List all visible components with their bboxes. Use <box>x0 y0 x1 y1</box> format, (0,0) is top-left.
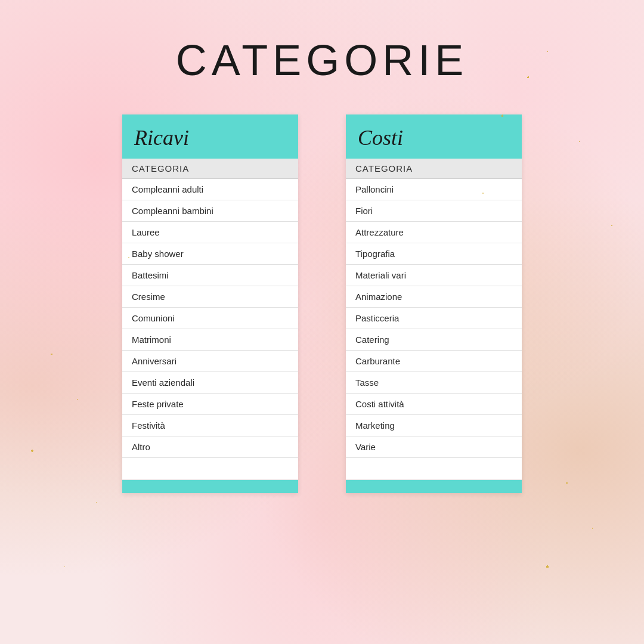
list-item: Baby shower <box>122 243 298 265</box>
list-item: Altro <box>122 436 298 458</box>
list-item: Compleanni adulti <box>122 179 298 200</box>
list-item: Animazione <box>346 286 522 308</box>
list-item: Tasse <box>346 372 522 394</box>
list-item: Costi attività <box>346 394 522 415</box>
ricavi-column-header: CATEGORIA <box>122 159 298 179</box>
ricavi-table-body: CATEGORIA Compleanni adulti Compleanni b… <box>122 159 298 480</box>
list-item: Carburante <box>346 351 522 372</box>
list-item: Matrimoni <box>122 329 298 351</box>
ricavi-table: Ricavi CATEGORIA Compleanni adulti Compl… <box>122 114 298 493</box>
list-item: Eventi aziendali <box>122 372 298 394</box>
page-background: CATEGORIE Ricavi CATEGORIA Compleanni ad… <box>0 0 644 644</box>
list-item: Comunioni <box>122 308 298 329</box>
ricavi-empty-row <box>122 458 298 480</box>
list-item: Cresime <box>122 286 298 308</box>
list-item: Battesimi <box>122 265 298 286</box>
costi-footer <box>346 480 522 493</box>
list-item: Anniversari <box>122 351 298 372</box>
list-item: Catering <box>346 329 522 351</box>
list-item: Feste private <box>122 394 298 415</box>
costi-column-header: CATEGORIA <box>346 159 522 179</box>
ricavi-footer <box>122 480 298 493</box>
tables-container: Ricavi CATEGORIA Compleanni adulti Compl… <box>122 114 522 493</box>
list-item: Lauree <box>122 222 298 243</box>
list-item: Festività <box>122 415 298 436</box>
ricavi-header: Ricavi <box>122 114 298 159</box>
list-item: Marketing <box>346 415 522 436</box>
costi-empty-row <box>346 458 522 480</box>
list-item: Tipografia <box>346 243 522 265</box>
costi-table-body: CATEGORIA Palloncini Fiori Attrezzature … <box>346 159 522 480</box>
costi-header: Costi <box>346 114 522 159</box>
costi-header-text: Costi <box>358 126 403 150</box>
list-item: Fiori <box>346 200 522 222</box>
list-item: Compleanni bambini <box>122 200 298 222</box>
list-item: Attrezzature <box>346 222 522 243</box>
costi-table: Costi CATEGORIA Palloncini Fiori Attrezz… <box>346 114 522 493</box>
list-item: Pasticceria <box>346 308 522 329</box>
list-item: Varie <box>346 436 522 458</box>
ricavi-header-text: Ricavi <box>134 126 189 150</box>
page-title: CATEGORIE <box>176 36 469 85</box>
list-item: Materiali vari <box>346 265 522 286</box>
list-item: Palloncini <box>346 179 522 200</box>
